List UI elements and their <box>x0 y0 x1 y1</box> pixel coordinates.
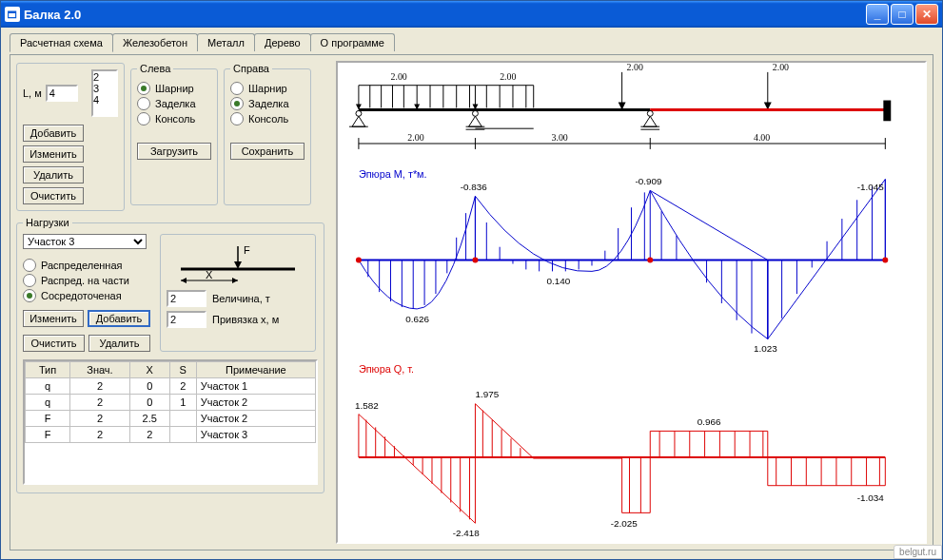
span-edit-button[interactable]: Изменить <box>23 145 84 163</box>
minimize-button[interactable]: _ <box>866 4 889 25</box>
svg-text:2.00: 2.00 <box>500 71 516 82</box>
controls-column: L, м 2 3 4 Добавить Изменить <box>16 63 324 544</box>
svg-text:-0.836: -0.836 <box>461 182 488 192</box>
svg-marker-47 <box>643 116 657 126</box>
span-label: L, м <box>23 87 42 99</box>
app-icon: 🗔 <box>5 7 20 22</box>
load-schema: F X Величина, т <box>160 234 316 352</box>
window-title: Балка 2.0 <box>24 8 81 22</box>
svg-text:2.00: 2.00 <box>391 71 407 82</box>
client-area: Расчетная схема Железобетон Металл Дерев… <box>4 28 939 556</box>
diagram-panel: 2.00 2.00 2.00 2.00 <box>336 61 927 544</box>
load-edit-button[interactable]: Изменить <box>23 310 84 327</box>
span-group: L, м 2 3 4 Добавить Изменить <box>16 63 125 211</box>
svg-marker-40 <box>352 116 365 126</box>
close-button[interactable]: ✕ <box>915 4 938 25</box>
span-del-button[interactable]: Удалить <box>23 166 84 183</box>
span-list-item[interactable]: 2 <box>93 71 116 83</box>
app-window: 🗔 Балка 2.0 _ □ ✕ Расчетная схема Железо… <box>0 0 943 560</box>
svg-text:2.00: 2.00 <box>407 132 423 143</box>
svg-text:-2.418: -2.418 <box>453 528 481 538</box>
svg-text:1.582: 1.582 <box>355 400 379 411</box>
svg-text:-2.025: -2.025 <box>611 518 638 529</box>
span-clear-button[interactable]: Очистить <box>23 187 84 204</box>
svg-rect-50 <box>883 101 891 122</box>
watermark: belgut.ru <box>894 545 942 559</box>
svg-point-105 <box>882 258 888 263</box>
tab-wood[interactable]: Дерево <box>254 33 311 51</box>
svg-text:2.00: 2.00 <box>773 63 789 72</box>
col-val[interactable]: Знач. <box>70 362 130 378</box>
span-list-item[interactable]: 3 <box>93 83 116 94</box>
tab-panel: L, м 2 3 4 Добавить Изменить <box>10 54 933 550</box>
svg-text:2.00: 2.00 <box>627 63 643 72</box>
left-support-legend: Слева <box>137 63 173 74</box>
span-add-button[interactable]: Добавить <box>23 125 84 142</box>
col-type[interactable]: Тип <box>26 362 70 378</box>
tab-concrete[interactable]: Железобетон <box>112 33 198 51</box>
col-s[interactable]: S <box>169 362 196 378</box>
svg-marker-5 <box>181 278 187 283</box>
table-row[interactable]: q201Участок 2 <box>26 395 316 411</box>
load-del-button[interactable]: Удалить <box>88 335 150 352</box>
svg-text:-1.034: -1.034 <box>857 492 885 503</box>
load-type-partial[interactable]: Распред. на части <box>23 274 150 287</box>
span-list[interactable]: 2 3 4 <box>91 69 118 117</box>
right-support-fixed[interactable]: Заделка <box>230 97 305 110</box>
span-length-input[interactable] <box>46 85 78 102</box>
load-offset-label: Привязка x, м <box>212 314 279 325</box>
tab-about[interactable]: О программе <box>310 33 395 51</box>
svg-marker-6 <box>232 278 238 283</box>
tab-bar: Расчетная схема Железобетон Металл Дерев… <box>10 33 933 51</box>
tab-scheme[interactable]: Расчетная схема <box>10 33 113 52</box>
table-row[interactable]: F22.5Участок 2 <box>26 411 316 427</box>
svg-text:4.00: 4.00 <box>754 132 770 143</box>
tab-metal[interactable]: Металл <box>197 33 255 51</box>
loads-legend: Нагрузки <box>23 217 72 228</box>
svg-text:-1.045: -1.045 <box>857 182 885 192</box>
svg-point-103 <box>472 258 478 263</box>
svg-text:X: X <box>206 269 213 280</box>
left-support-hinge[interactable]: Шарнир <box>137 82 211 95</box>
right-support-cantilever[interactable]: Консоль <box>230 112 305 126</box>
svg-text:-0.909: -0.909 <box>635 176 662 186</box>
col-note[interactable]: Примечание <box>196 362 315 378</box>
svg-point-102 <box>356 258 362 263</box>
load-type-distributed[interactable]: Распределенная <box>23 259 150 272</box>
right-support-hinge[interactable]: Шарнир <box>230 82 305 95</box>
left-support-cantilever[interactable]: Консоль <box>137 112 211 126</box>
svg-text:0.966: 0.966 <box>697 416 721 427</box>
col-x[interactable]: X <box>129 362 169 378</box>
right-support-group: Справа Шарнир Заделка Консоль Сохранить <box>224 63 311 205</box>
load-value-label: Величина, т <box>212 293 270 304</box>
svg-text:1.023: 1.023 <box>754 343 777 354</box>
table-row[interactable]: F22Участок 3 <box>26 427 316 443</box>
span-list-item[interactable]: 4 <box>93 94 116 106</box>
maximize-button[interactable]: □ <box>891 4 914 25</box>
load-type-point[interactable]: Сосредоточеная <box>23 289 150 302</box>
svg-point-104 <box>647 258 653 263</box>
loads-group: Нагрузки Участок 3 Распределенная Распре… <box>16 217 324 493</box>
q-diagram-title: Эпюра Q, т. <box>359 363 414 375</box>
svg-text:1.975: 1.975 <box>475 389 499 399</box>
load-clear-button[interactable]: Очистить <box>23 335 85 352</box>
left-support-fixed[interactable]: Заделка <box>137 97 211 110</box>
load-add-button[interactable]: Добавить <box>88 310 150 327</box>
title-bar: 🗔 Балка 2.0 _ □ ✕ <box>1 1 942 28</box>
section-select[interactable]: Участок 3 <box>23 234 147 249</box>
load-value-input[interactable] <box>167 290 206 307</box>
load-offset-input[interactable] <box>167 311 206 328</box>
table-row[interactable]: q202Участок 1 <box>26 378 316 395</box>
loads-table[interactable]: Тип Знач. X S Примечание q202Участок 1q2… <box>23 359 318 485</box>
save-file-button[interactable]: Сохранить <box>230 143 305 160</box>
load-schema-icon: F X <box>171 241 305 286</box>
load-file-button[interactable]: Загрузить <box>137 143 211 160</box>
svg-marker-43 <box>469 116 482 126</box>
right-support-legend: Справа <box>230 63 272 74</box>
left-support-group: Слева Шарнир Заделка Консоль Загрузить <box>130 63 218 205</box>
beam-diagrams: 2.00 2.00 2.00 2.00 <box>338 63 925 542</box>
svg-text:3.00: 3.00 <box>552 132 568 143</box>
svg-text:0.626: 0.626 <box>405 314 429 324</box>
svg-text:0.140: 0.140 <box>547 276 571 286</box>
m-diagram-title: Эпюра M, т*м. <box>359 168 427 180</box>
